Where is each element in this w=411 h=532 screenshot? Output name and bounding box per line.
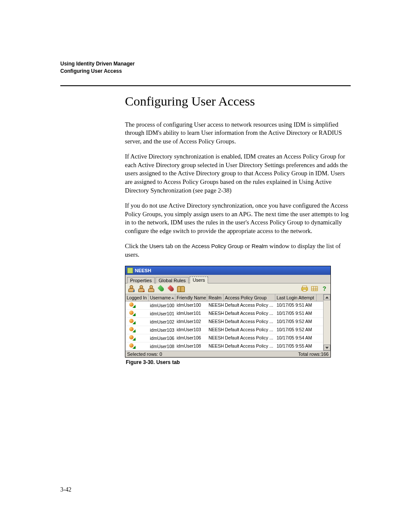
running-header-line1: Using Identity Driven Manager	[60, 60, 351, 68]
cell-username: idmUser108	[149, 342, 175, 350]
table-row[interactable]: idmUser103idmUser103NEESHDefault Access …	[125, 326, 323, 334]
user-plus-icon: +	[128, 285, 135, 292]
print-icon	[301, 285, 308, 292]
cell-access-policy-group: Default Access Policy ...	[224, 326, 275, 334]
statusbar: Selected rows: 0 Total rows:166	[125, 351, 330, 357]
help-button[interactable]: ?	[320, 284, 329, 293]
col-realm[interactable]: Realm	[207, 294, 224, 301]
cell-last-login: 10/17/05 9:52 AM	[275, 326, 317, 334]
col-username-label: Username	[150, 295, 171, 300]
add-user-button[interactable]: +	[127, 284, 136, 293]
tab-users[interactable]: Users	[190, 277, 208, 283]
figure-caption: Figure 3-30. Users tab	[126, 359, 351, 365]
paragraph-4: Click the Users tab on the Access Policy…	[125, 242, 351, 259]
table-view-button[interactable]	[310, 284, 319, 293]
running-header-line2: Configuring User Access	[60, 68, 351, 75]
apg-ref: Access Policy Group	[192, 243, 243, 249]
sort-asc-icon	[171, 297, 174, 299]
cell-username: idmUser101	[149, 310, 175, 317]
cell-realm: NEESH	[207, 302, 224, 309]
col-username[interactable]: Username	[149, 294, 175, 301]
table-row[interactable]: idmUser102idmUser102NEESHDefault Access …	[125, 318, 323, 326]
status-total: Total rows:166	[298, 352, 329, 357]
cell-access-policy-group: Default Access Policy ...	[224, 334, 275, 342]
users-window: NEESH Properties Global Rules Users + −	[125, 266, 331, 358]
logged-in-icon	[129, 311, 136, 317]
help-icon: ?	[323, 285, 327, 292]
paragraph-2: If Active Directory synchronization is e…	[125, 152, 351, 195]
logged-in-icon	[129, 327, 136, 333]
table-row[interactable]: idmUser101idmUser101NEESHDefault Access …	[125, 310, 323, 318]
cell-realm: NEESH	[207, 310, 224, 317]
paragraph-3: If you do not use Active Directory synch…	[125, 202, 351, 235]
scroll-track[interactable]	[324, 300, 330, 345]
user-button[interactable]	[147, 284, 156, 293]
section-title: Configuring User Access	[125, 94, 351, 109]
table-body: idmUser100idmUser100NEESHDefault Access …	[125, 302, 323, 351]
scroll-down-button[interactable]	[324, 345, 330, 351]
cell-friendly-name: idmUser100	[175, 302, 207, 309]
logged-in-icon	[129, 319, 136, 325]
cell-access-policy-group: Default Access Policy ...	[224, 302, 275, 309]
cell-realm: NEESH	[207, 326, 224, 334]
cell-last-login: 10/17/05 9:51 AM	[275, 302, 317, 309]
col-access-policy-group[interactable]: Access Policy Group	[224, 294, 275, 301]
tab-properties[interactable]: Properties	[127, 277, 155, 283]
cell-friendly-name: idmUser102	[175, 318, 207, 326]
col-logged-in[interactable]: Logged In	[125, 294, 149, 301]
user-minus-icon: −	[138, 285, 145, 292]
user-icon	[148, 285, 155, 292]
svg-rect-3	[311, 286, 318, 291]
cell-username: idmUser103	[149, 326, 175, 334]
table-row[interactable]: idmUser100idmUser100NEESHDefault Access …	[125, 302, 323, 310]
cell-friendly-name: idmUser108	[175, 342, 207, 350]
grid-icon	[311, 285, 318, 292]
cell-access-policy-group: Default Access Policy ...	[224, 310, 275, 317]
cell-friendly-name: idmUser103	[175, 326, 207, 334]
cell-last-login: 10/17/05 9:54 AM	[275, 334, 317, 342]
svg-rect-0	[302, 286, 307, 288]
toolbar: + −	[125, 283, 330, 294]
cell-username: idmUser102	[149, 318, 175, 326]
tag-red-icon	[167, 285, 175, 293]
cell-realm: NEESH	[207, 318, 224, 326]
page-number: 3-42	[60, 486, 72, 493]
chevron-up-icon	[325, 296, 329, 299]
svg-rect-2	[303, 289, 306, 291]
people-icon	[177, 285, 185, 292]
scroll-up-button[interactable]	[324, 294, 330, 300]
logged-in-icon	[129, 302, 136, 308]
cell-last-login: 10/17/05 9:51 AM	[275, 310, 317, 317]
tag-red-button[interactable]	[167, 284, 175, 293]
cell-last-login: 10/17/05 9:55 AM	[275, 342, 317, 350]
table-row[interactable]: idmUser108idmUser108NEESHDefault Access …	[125, 342, 323, 351]
app-icon	[127, 268, 133, 274]
assign-users-button[interactable]	[177, 284, 185, 293]
titlebar: NEESH	[125, 266, 330, 275]
cell-username: idmUser106	[149, 334, 175, 342]
scrollbar[interactable]	[323, 294, 330, 351]
cell-access-policy-group: Default Access Policy ...	[224, 342, 275, 350]
realm-ref: Realm	[252, 243, 268, 249]
cell-realm: NEESH	[207, 334, 224, 342]
tag-green-button[interactable]	[157, 284, 165, 293]
tab-global-rules[interactable]: Global Rules	[156, 277, 189, 283]
print-button[interactable]	[300, 284, 309, 293]
logged-in-icon	[129, 343, 136, 349]
cell-access-policy-group: Default Access Policy ...	[224, 318, 275, 326]
p4-text3: or	[243, 243, 252, 249]
tabstrip: Properties Global Rules Users	[125, 275, 330, 283]
col-friendly-name[interactable]: Friendly Name	[175, 294, 207, 301]
p4-text2: tab on the	[164, 243, 191, 249]
col-last-login[interactable]: Last Login Attempt	[275, 294, 317, 301]
tag-green-icon	[157, 285, 165, 293]
chevron-down-icon	[325, 347, 329, 349]
cell-friendly-name: idmUser106	[175, 334, 207, 342]
logged-in-icon	[129, 335, 136, 341]
cell-last-login: 10/17/05 9:52 AM	[275, 318, 317, 326]
remove-user-button[interactable]: −	[137, 284, 146, 293]
status-selected: Selected rows: 0	[127, 352, 162, 357]
table-row[interactable]: idmUser106idmUser106NEESHDefault Access …	[125, 334, 323, 342]
paragraph-1: The process of configuring User access t…	[125, 121, 351, 146]
cell-friendly-name: idmUser101	[175, 310, 207, 317]
